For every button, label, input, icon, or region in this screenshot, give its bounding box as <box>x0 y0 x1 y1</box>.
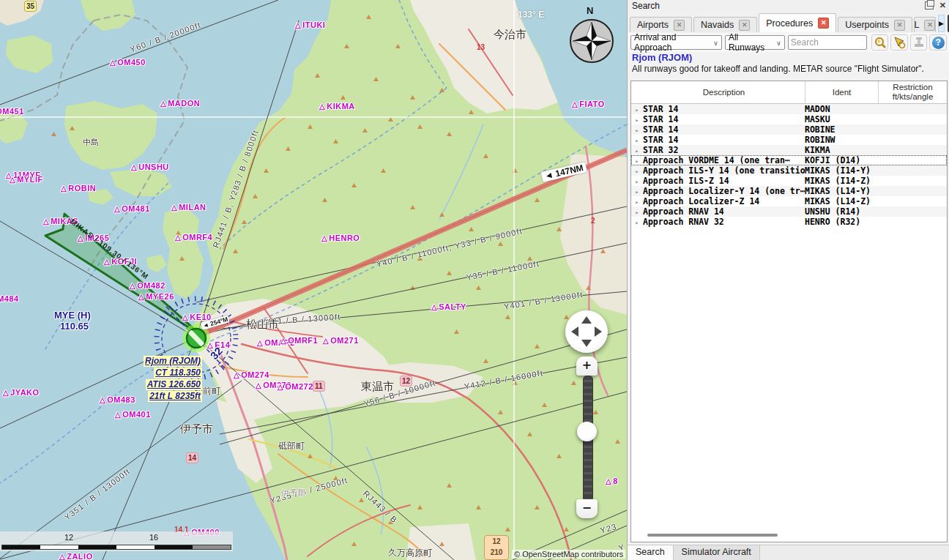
vor-label[interactable]: MYE (H)110.65 <box>54 310 91 332</box>
dock-title-text: Search <box>632 1 660 11</box>
tab-close-icon[interactable] <box>924 20 935 31</box>
zoom-slider-handle[interactable] <box>577 422 597 441</box>
help-button[interactable]: ? <box>929 34 947 51</box>
compass-rose-icon <box>570 20 613 62</box>
expand-chevron-icon[interactable] <box>631 206 643 217</box>
column-header-ident[interactable]: Ident <box>805 81 878 103</box>
search-tab[interactable]: Procedures <box>759 13 836 32</box>
expand-chevron-icon[interactable] <box>631 124 643 135</box>
littlenavmap-window: Y60 / B / 20000ftRJ441 / B, Y283 / B / 8… <box>0 0 949 560</box>
search-dock-panel: Search ✕ Airports Navaids Procedures <box>627 0 949 560</box>
expand-chevron-icon[interactable] <box>631 145 643 156</box>
dock-title-bar[interactable]: Search ✕ <box>628 0 949 13</box>
pan-down-arrow-icon[interactable] <box>581 340 592 347</box>
chevron-down-icon <box>773 37 781 48</box>
tab-scroll-right-button[interactable] <box>938 15 945 32</box>
pan-left-arrow-icon[interactable] <box>571 326 578 337</box>
scale-tick-label: 16 <box>149 533 158 542</box>
tab-close-icon[interactable] <box>739 20 750 31</box>
elevation-marker: 12210 <box>484 535 509 560</box>
scale-bar-stripes <box>1 545 231 550</box>
compass-north-label: N <box>587 5 593 16</box>
procedure-table: Description Ident Restriction ft/kts/ang… <box>630 81 948 542</box>
expand-chevron-icon[interactable] <box>631 114 643 125</box>
search-tab-bar: Airports Navaids Procedures Userpoints L <box>628 12 949 32</box>
help-icon: ? <box>932 37 945 49</box>
tab-close-icon[interactable] <box>674 20 685 31</box>
search-tab[interactable]: Airports <box>630 17 692 32</box>
runway-filter-combo[interactable]: All Runways <box>725 35 785 50</box>
map-scale-bar: 12 16 <box>0 531 233 551</box>
map-canvas[interactable]: Y60 / B / 20000ftRJ441 / B, Y283 / B / 8… <box>0 0 627 560</box>
show-all-procedures-button[interactable] <box>871 34 889 51</box>
scale-tick-label: 12 <box>64 533 73 542</box>
chevron-down-icon <box>710 37 718 48</box>
procedure-row[interactable]: STAR 14 ROBINW <box>631 135 947 145</box>
pan-right-arrow-icon[interactable] <box>595 326 602 337</box>
expand-chevron-icon[interactable] <box>631 186 643 197</box>
float-panel-icon[interactable] <box>925 1 934 10</box>
search-tab[interactable]: Userpoints <box>838 17 912 32</box>
zoom-out-button[interactable]: − <box>576 499 598 518</box>
scrollbar-handle[interactable] <box>647 534 778 537</box>
procedure-row[interactable]: STAR 14 ROBINE <box>631 124 947 135</box>
procedure-table-header: Description Ident Restriction ft/kts/ang… <box>631 81 947 104</box>
zoom-in-button[interactable]: + <box>576 356 598 376</box>
procedure-row[interactable]: STAR 14 MASKU <box>631 114 947 124</box>
expand-chevron-icon[interactable] <box>631 165 643 176</box>
procedure-type-combo[interactable]: Arrival and Approach <box>630 35 722 50</box>
pan-up-arrow-icon[interactable] <box>581 316 592 324</box>
procedure-row[interactable]: STAR 32 KIKMA <box>631 145 947 155</box>
map-attribution: © OpenStreetMap contributors <box>512 550 625 559</box>
show-on-map-button[interactable] <box>890 34 908 51</box>
procedure-search-input[interactable] <box>788 35 867 50</box>
procedure-row[interactable]: STAR 14 MADON <box>631 104 947 114</box>
expand-chevron-icon[interactable] <box>631 217 643 228</box>
graticule-longitude-label: 133° E <box>518 10 544 20</box>
expand-chevron-icon[interactable] <box>631 104 643 115</box>
procedure-row[interactable]: Approach ILS-Y 14 (one transition) MIKAS… <box>631 165 947 176</box>
table-horizontal-scrollbar[interactable] <box>637 534 942 538</box>
bottom-tab-bar: SearchSimulator Aircraft <box>628 545 949 560</box>
procedure-toolbar: Arrival and Approach All Runways ? <box>628 33 949 52</box>
procedure-row[interactable]: Approach Localizer-Z 14 MIKAS (L14-Z) <box>631 196 947 206</box>
procedure-row[interactable]: Approach Localizer-Y 14 (one tr⋯ MIKAS (… <box>631 186 947 196</box>
search-tab[interactable]: L <box>914 17 936 32</box>
expand-chevron-icon[interactable] <box>631 196 643 207</box>
column-header-description[interactable]: Description <box>643 81 805 103</box>
close-panel-icon[interactable]: ✕ <box>939 1 946 10</box>
expand-chevron-icon[interactable] <box>631 155 643 166</box>
bottom-tab[interactable]: Search <box>628 545 674 560</box>
map-base-svg <box>0 0 627 560</box>
expand-chevron-icon[interactable] <box>631 176 643 187</box>
tab-close-icon[interactable] <box>818 18 829 29</box>
tab-close-icon[interactable] <box>894 20 905 31</box>
procedure-row[interactable]: Approach ILS-Z 14 MIKAS (I14-Z) <box>631 176 947 186</box>
expand-chevron-icon[interactable] <box>631 135 643 146</box>
procedure-row[interactable]: Approach VORDME 14 (one tran⋯ KOFJI (D14… <box>631 155 947 165</box>
airport-runway-note: All runways good for takeoff and landing… <box>632 64 924 74</box>
procedure-row[interactable]: Approach RNAV 32 HENRO (R32) <box>631 217 947 227</box>
airport-info-box[interactable]: Rjom (RJOM) CT 118.350 ATIS 126.650 21ft… <box>120 355 202 402</box>
procedure-row[interactable]: Approach RNAV 14 UNSHU (R14) <box>631 206 947 217</box>
map-pan-control[interactable] <box>565 310 608 353</box>
column-header-restriction[interactable]: Restriction ft/kts/angle <box>878 81 947 103</box>
clear-selection-button[interactable] <box>910 34 928 51</box>
airport-result-title: Rjom (RJOM) <box>632 52 692 63</box>
bottom-tab[interactable]: Simulator Aircraft <box>674 545 760 560</box>
search-tab[interactable]: Navaids <box>693 17 757 32</box>
